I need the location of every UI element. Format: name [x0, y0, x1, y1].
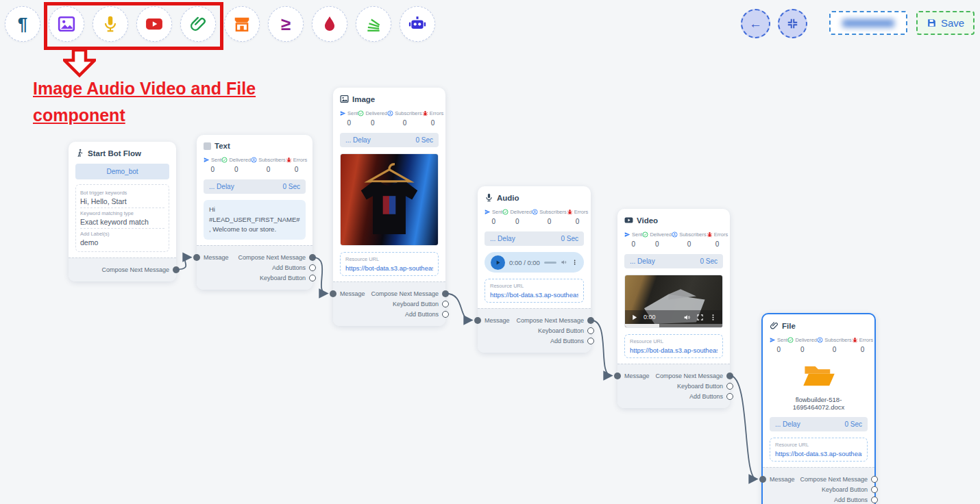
output-dot-compose-next-message[interactable] — [871, 476, 878, 483]
output-dot-keyboard-button[interactable] — [871, 486, 878, 493]
output-dot-keyboard-button[interactable] — [726, 383, 733, 390]
resource-url-link[interactable]: https://bot-data.s3.ap-southeast-1.wasab… — [490, 291, 578, 299]
stats-row: Sent0 Delivered0 Subscribers0 Errors0 — [485, 209, 584, 225]
output-dot-compose-next-message[interactable] — [309, 254, 316, 261]
toolbar-button-text[interactable]: ¶ — [5, 6, 40, 42]
video-controls[interactable]: 0:00 — [625, 310, 722, 324]
stat-delivered: Delivered0 — [642, 231, 672, 248]
delay-bar[interactable]: ... Delay0 Sec — [770, 417, 868, 431]
node-file[interactable]: File Sent0 Delivered0 Subscribers0 Error… — [761, 313, 876, 504]
video-progress-bar[interactable] — [625, 324, 722, 327]
stat-errors: Errors0 — [422, 110, 443, 127]
back-button[interactable]: ← — [741, 9, 770, 38]
toolbar-button-ecommerce[interactable] — [224, 6, 260, 42]
output-dot-keyboard-button[interactable] — [442, 301, 449, 307]
node-video[interactable]: Video Sent0 Delivered0 Subscribers0 Erro… — [617, 209, 730, 408]
edge-image-out-0-to-audio-in — [445, 294, 471, 320]
output-label: Add Buttons — [405, 311, 439, 318]
input-dot[interactable] — [474, 317, 481, 324]
flow-builder-canvas[interactable]: ¶ ≥ Image Audio Video and File component… — [0, 0, 980, 504]
audio-player[interactable]: 0:00 / 0:00 — [485, 252, 584, 273]
node-audio[interactable]: Audio Sent0 Delivered0 Subscribers0 Erro… — [478, 186, 591, 353]
edge-video-out-0-to-file-in — [730, 376, 757, 479]
stat-sent: Sent0 — [624, 231, 642, 248]
node-image[interactable]: Image Sent0 Delivered0 Subscribers0 Erro… — [333, 88, 445, 326]
volume-icon[interactable] — [683, 314, 691, 321]
volume-icon[interactable] — [561, 258, 567, 266]
output-dot-compose-next-message[interactable] — [442, 290, 449, 297]
output-label: Keyboard Button — [822, 486, 868, 493]
video-preview[interactable]: 0:00 — [624, 275, 723, 328]
pilcrow-icon: ¶ — [18, 15, 27, 33]
audio-progress[interactable] — [544, 262, 557, 264]
stat-sent: Sent0 — [485, 209, 502, 225]
image-preview[interactable] — [340, 153, 439, 246]
node-start-bot-flow[interactable]: Start Bot Flow Demo_bot Bot trigger keyw… — [69, 142, 176, 281]
field-value[interactable]: demo — [80, 238, 164, 247]
toolbar-button-video[interactable] — [136, 6, 172, 42]
toolbar-button-sequence[interactable] — [356, 6, 391, 42]
image-icon — [340, 94, 349, 103]
message-preview[interactable]: Hi #LEAD_USER_FIRST_NAME# , Welcome to o… — [204, 200, 306, 240]
resource-url-link[interactable]: https://bot-data.s3.ap-southeast-1.wasab… — [630, 346, 718, 354]
send-icon — [485, 209, 491, 215]
input-dot[interactable] — [330, 290, 336, 297]
output-dot-add-buttons[interactable] — [871, 496, 878, 503]
resource-url-link[interactable]: https://bot-data.s3.ap-southeast-1.wasab… — [775, 450, 862, 457]
play-icon[interactable] — [630, 314, 638, 321]
bug-icon — [567, 209, 573, 215]
bot-name-button[interactable]: Demo_bot — [75, 164, 169, 179]
toolbar-button-drip[interactable] — [312, 6, 347, 42]
output-dot-keyboard-button[interactable] — [309, 275, 316, 281]
toolbar-button-bot[interactable] — [400, 6, 435, 42]
fullscreen-icon[interactable] — [696, 314, 704, 321]
toolbar-button-file[interactable] — [180, 6, 216, 42]
field-label: Bot trigger keywords — [80, 190, 164, 196]
delay-bar[interactable]: ... Delay0 Sec — [485, 231, 584, 246]
store-icon — [233, 15, 251, 33]
stat-delivered: Delivered0 — [358, 110, 387, 127]
output-dot-add-buttons[interactable] — [587, 338, 594, 344]
resource-url-box: Resource URL https://bot-data.s3.ap-sout… — [624, 334, 723, 358]
output-dot-compose-next-message[interactable] — [587, 317, 594, 324]
node-title: Video — [637, 216, 658, 225]
output-dot-compose-next-message[interactable] — [726, 373, 733, 379]
node-title: Image — [352, 95, 375, 103]
delay-bar[interactable]: ... Delay0 Sec — [204, 179, 306, 194]
redacted-button[interactable] — [829, 11, 907, 35]
toolbar-button-image[interactable] — [49, 6, 84, 42]
audio-time: 0:00 / 0:00 — [509, 259, 540, 266]
field-value[interactable]: Hi, Hello, Start — [80, 197, 164, 205]
node-text[interactable]: Text Sent0 Delivered0 Subscribers0 Error… — [197, 135, 313, 290]
toolbar-button-audio[interactable] — [93, 6, 128, 42]
delay-bar[interactable]: ... Delay0 Sec — [624, 254, 723, 268]
output-dot-add-buttons[interactable] — [442, 311, 449, 318]
output-dot-keyboard-button[interactable] — [587, 327, 594, 334]
start-fields: Bot trigger keywordsHi, Hello, Start Key… — [75, 184, 169, 252]
input-dot[interactable] — [193, 254, 200, 261]
toolbar-button-condition[interactable]: ≥ — [268, 6, 304, 42]
resource-url-link[interactable]: https://bot-data.s3.ap-southeast-1.wasab… — [345, 264, 433, 272]
node-title: Text — [215, 142, 230, 150]
save-button[interactable]: Save — [916, 11, 975, 35]
output-label: Add Buttons — [272, 264, 306, 271]
annotation-arrow — [63, 49, 96, 77]
field-value[interactable]: Exact keyword match — [80, 218, 164, 226]
output-label: Add Buttons — [834, 496, 868, 503]
output-dot-add-buttons[interactable] — [726, 393, 733, 400]
input-dot[interactable] — [759, 476, 766, 483]
input-dot[interactable] — [614, 373, 621, 379]
paperclip-icon — [189, 15, 207, 33]
output-label: Compose Next Message — [101, 266, 169, 273]
delay-bar[interactable]: ... Delay0 Sec — [340, 133, 439, 147]
output-dot-add-buttons[interactable] — [309, 264, 316, 271]
check-circle-icon — [642, 231, 648, 238]
play-button[interactable] — [491, 255, 505, 270]
output-dot-compose-next-message[interactable] — [173, 266, 180, 273]
kebab-menu-icon[interactable] — [572, 258, 578, 266]
kebab-menu-icon[interactable] — [709, 314, 717, 321]
stat-subscribers: Subscribers0 — [532, 209, 567, 225]
send-icon — [624, 231, 630, 238]
collapse-button[interactable] — [778, 9, 807, 38]
folder-icon — [801, 360, 837, 390]
